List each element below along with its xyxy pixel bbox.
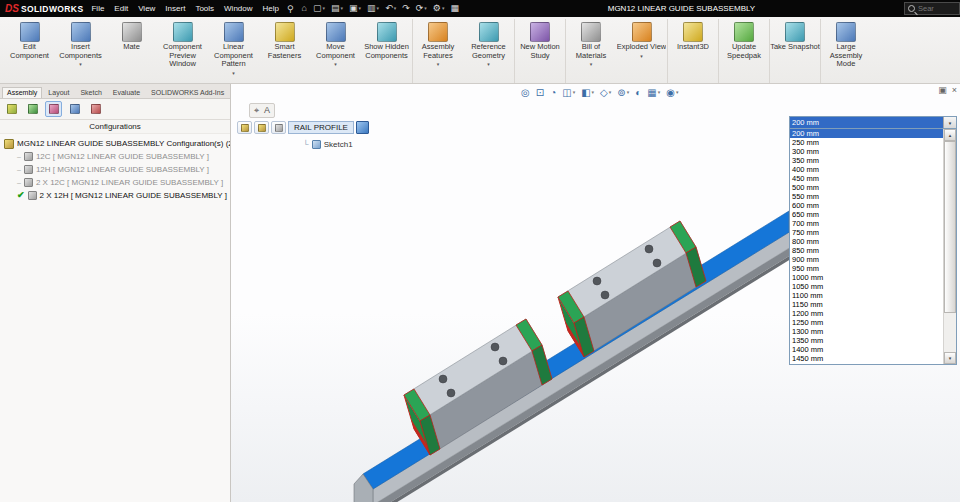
dropdown-caret-icon[interactable]: [442, 6, 445, 11]
length-option[interactable]: 1000 mm: [790, 273, 943, 282]
command-tab[interactable]: Sketch: [75, 87, 106, 98]
tree-root-row[interactable]: MGN12 LINEAR GUIDE SUBASSEMBLY Configura…: [4, 137, 230, 150]
toolbar-icon[interactable]: ▢: [313, 4, 325, 13]
heads-up-button[interactable]: ◇: [598, 85, 613, 99]
flyout-caret-icon[interactable]: [487, 61, 490, 67]
dropdown-caret-icon[interactable]: [394, 6, 397, 11]
length-option[interactable]: 1350 mm: [790, 336, 943, 345]
panel-tab[interactable]: [87, 101, 104, 117]
dropdown-caret-icon[interactable]: [627, 89, 630, 95]
heads-up-button[interactable]: ◫: [560, 85, 577, 99]
flyout-caret-icon[interactable]: [640, 53, 643, 59]
breadcrumb-sketch-row[interactable]: Sketch1: [303, 140, 353, 149]
command-tab[interactable]: Evaluate: [108, 87, 145, 98]
toolbar-icon[interactable]: ⚙: [433, 4, 445, 13]
heads-up-button[interactable]: ⊡: [534, 85, 546, 99]
ribbon-command-button[interactable]: Edit Component: [4, 19, 55, 83]
ribbon-command-button[interactable]: Linear Component Pattern: [208, 19, 259, 83]
ribbon-command-button[interactable]: Component Preview Window: [157, 19, 208, 83]
dropdown-caret-icon[interactable]: [592, 89, 595, 95]
menu-item[interactable]: Insert: [165, 4, 185, 13]
rail-side-face[interactable]: [373, 226, 799, 502]
heads-up-button[interactable]: ◔: [548, 85, 558, 99]
panel-tab[interactable]: [3, 101, 20, 117]
ribbon-command-button[interactable]: Reference Geometry: [463, 19, 514, 83]
menu-item[interactable]: File: [91, 4, 104, 13]
length-option[interactable]: 1500 mm: [790, 363, 943, 364]
combo-dropdown-button[interactable]: [943, 117, 956, 128]
length-combo-box[interactable]: 200 mm: [789, 116, 957, 129]
toolbar-icon[interactable]: ▣: [349, 4, 361, 13]
breadcrumb-chip[interactable]: [271, 121, 286, 134]
length-option[interactable]: 600 mm: [790, 201, 943, 210]
breadcrumb-part-label[interactable]: RAIL PROFILE: [288, 121, 354, 134]
breadcrumb-chip[interactable]: [254, 121, 269, 134]
toolbar-icon[interactable]: ▥: [367, 4, 379, 13]
length-option[interactable]: 400 mm: [790, 165, 943, 174]
heads-up-button[interactable]: ⊚: [615, 85, 631, 99]
length-option[interactable]: 800 mm: [790, 237, 943, 246]
toolbar-icon[interactable]: ⌂: [302, 4, 307, 13]
menu-item[interactable]: Edit: [114, 4, 128, 13]
ribbon-command-button[interactable]: Bill of Materials: [565, 19, 616, 83]
length-option[interactable]: 300 mm: [790, 147, 943, 156]
ribbon-command-button[interactable]: Instant3D: [667, 19, 718, 83]
dropdown-caret-icon[interactable]: [676, 89, 679, 95]
scroll-down-arrow[interactable]: ▾: [944, 352, 956, 364]
menu-item[interactable]: Tools: [195, 4, 214, 13]
length-option[interactable]: 1300 mm: [790, 327, 943, 336]
length-option[interactable]: 1100 mm: [790, 291, 943, 300]
length-option[interactable]: 900 mm: [790, 255, 943, 264]
length-option[interactable]: 500 mm: [790, 183, 943, 192]
dropdown-caret-icon[interactable]: [658, 89, 661, 95]
ribbon-command-button[interactable]: Insert Components: [55, 19, 106, 83]
breadcrumb-chip[interactable]: [237, 121, 252, 134]
heads-up-button[interactable]: ◧: [579, 85, 596, 99]
command-tab[interactable]: Assembly: [2, 87, 42, 98]
length-option[interactable]: 1200 mm: [790, 309, 943, 318]
dropdown-caret-icon[interactable]: [377, 6, 380, 11]
toolbar-icon[interactable]: ⟳: [416, 4, 427, 13]
ribbon-command-button[interactable]: Update Speedpak: [718, 19, 769, 83]
ribbon-command-button[interactable]: Take Snapshot: [769, 19, 820, 83]
toolbar-icon[interactable]: ↷: [402, 4, 410, 13]
scrollbar-track[interactable]: [944, 141, 956, 352]
configuration-row[interactable]: 12C [ MGN12 LINEAR GUIDE SUBASSEMBLY ]: [4, 150, 230, 163]
length-option[interactable]: 1250 mm: [790, 318, 943, 327]
ribbon-command-button[interactable]: Large Assembly Mode: [820, 19, 871, 83]
corner-icon[interactable]: ▣: [938, 86, 947, 95]
length-option[interactable]: 650 mm: [790, 210, 943, 219]
command-tab[interactable]: Layout: [43, 87, 74, 98]
graphics-viewport[interactable]: ◎ ⊡ ◔ ◫: [231, 84, 960, 502]
configuration-row[interactable]: 2 X 12H [ MGN12 LINEAR GUIDE SUBASSEMBLY…: [4, 189, 230, 202]
length-option[interactable]: 1150 mm: [790, 300, 943, 309]
context-button[interactable]: ⌖: [253, 105, 260, 116]
panel-tab[interactable]: [45, 101, 62, 117]
toolbar-icon[interactable]: ▦: [450, 4, 459, 13]
context-button[interactable]: A: [263, 105, 271, 116]
configuration-row[interactable]: 12H [ MGN12 LINEAR GUIDE SUBASSEMBLY ]: [4, 163, 230, 176]
heads-up-button[interactable]: ◎: [519, 85, 532, 99]
ribbon-command-button[interactable]: Smart Fasteners: [259, 19, 310, 83]
dropdown-caret-icon[interactable]: [359, 6, 362, 11]
search-input[interactable]: [918, 4, 956, 13]
breadcrumb-feature-icon[interactable]: [356, 121, 369, 134]
corner-icon[interactable]: ×: [952, 86, 957, 95]
ribbon-command-button[interactable]: Exploded View: [616, 19, 667, 83]
search-box[interactable]: [904, 2, 960, 15]
toolbar-icon[interactable]: ▤: [331, 4, 343, 13]
length-option[interactable]: 200 mm: [790, 129, 943, 138]
flyout-caret-icon[interactable]: [232, 70, 235, 76]
dropdown-caret-icon[interactable]: [573, 89, 576, 95]
dropdown-caret-icon[interactable]: [341, 6, 344, 11]
length-option[interactable]: 250 mm: [790, 138, 943, 147]
heads-up-button[interactable]: ▦: [645, 85, 662, 99]
dropdown-caret-icon[interactable]: [323, 6, 326, 11]
scrollbar-thumb[interactable]: [944, 141, 956, 313]
ribbon-command-button[interactable]: Assembly Features: [412, 19, 463, 83]
menu-item[interactable]: Help: [263, 4, 279, 13]
length-option[interactable]: 1050 mm: [790, 282, 943, 291]
length-option[interactable]: 350 mm: [790, 156, 943, 165]
dropdown-caret-icon[interactable]: [424, 6, 427, 11]
length-option[interactable]: 850 mm: [790, 246, 943, 255]
